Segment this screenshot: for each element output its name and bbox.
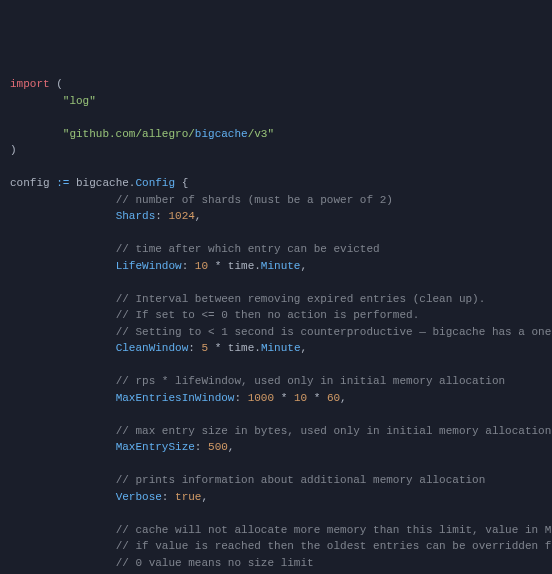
code-token: := [56,177,69,189]
code-token: bigcache [195,128,248,140]
code-token: : [162,491,175,503]
code-token [10,293,116,305]
code-token [10,441,116,453]
code-token: { [175,177,188,189]
code-token: : [234,392,247,404]
code-token [10,210,116,222]
code-token: "github.com/allegro/ [63,128,195,140]
code-token: * [274,392,294,404]
code-token: * time. [208,342,261,354]
code-token: ) [10,144,17,156]
code-token: bigcache. [69,177,135,189]
code-token: // time after which entry can be evicted [116,243,380,255]
code-token: 10 [294,392,307,404]
code-token [10,194,116,206]
code-token [10,392,116,404]
code-token: // rps * lifeWindow, used only in initia… [116,375,505,387]
code-token: Verbose [116,491,162,503]
code-token [10,95,63,107]
code-token: , [300,260,307,272]
code-token: CleanWindow [116,342,189,354]
code-token: // Interval between removing expired ent… [116,293,486,305]
code-token: 1000 [248,392,274,404]
code-token: : [155,210,168,222]
code-token: /v3" [248,128,274,140]
code-token: , [201,491,208,503]
code-token [10,375,116,387]
code-token: // cache will not allocate more memory t… [116,524,552,536]
code-token [10,425,116,437]
code-token: config [10,177,56,189]
code-token [10,260,116,272]
code-token: : [182,260,195,272]
code-token: // Setting to < 1 second is counterprodu… [116,326,552,338]
code-token: 10 [195,260,208,272]
code-token [10,491,116,503]
code-token: * time. [208,260,261,272]
code-token: // 0 value means no size limit [116,557,314,569]
code-token: "log" [63,95,96,107]
code-token: , [300,342,307,354]
code-token: Config [135,177,175,189]
code-token: , [195,210,202,222]
code-token [10,128,63,140]
code-token [10,540,116,552]
code-token: // if value is reached then the oldest e… [116,540,552,552]
code-token [10,243,116,255]
code-token [10,342,116,354]
code-token [10,474,116,486]
code-token: , [340,392,347,404]
code-token: // prints information about additional m… [116,474,486,486]
code-token: MaxEntriesInWindow [116,392,235,404]
code-token: // number of shards (must be a power of … [116,194,393,206]
code-token: Minute [261,260,301,272]
code-token: MaxEntrySize [116,441,195,453]
code-token: 1024 [168,210,194,222]
code-token: // max entry size in bytes, used only in… [116,425,552,437]
code-token [10,557,116,569]
code-token [10,326,116,338]
code-token: ( [50,78,63,90]
code-token: : [195,441,208,453]
code-token: * [307,392,327,404]
code-token: : [188,342,201,354]
code-block: import ( "log" "github.com/allegro/bigca… [10,76,542,574]
code-token: Shards [116,210,156,222]
code-token: true [175,491,201,503]
code-token: 60 [327,392,340,404]
code-token: import [10,78,50,90]
code-token: LifeWindow [116,260,182,272]
code-token: // If set to <= 0 then no action is perf… [116,309,420,321]
code-token: , [228,441,235,453]
code-token [10,524,116,536]
code-token: Minute [261,342,301,354]
code-token [10,309,116,321]
code-token: 500 [208,441,228,453]
